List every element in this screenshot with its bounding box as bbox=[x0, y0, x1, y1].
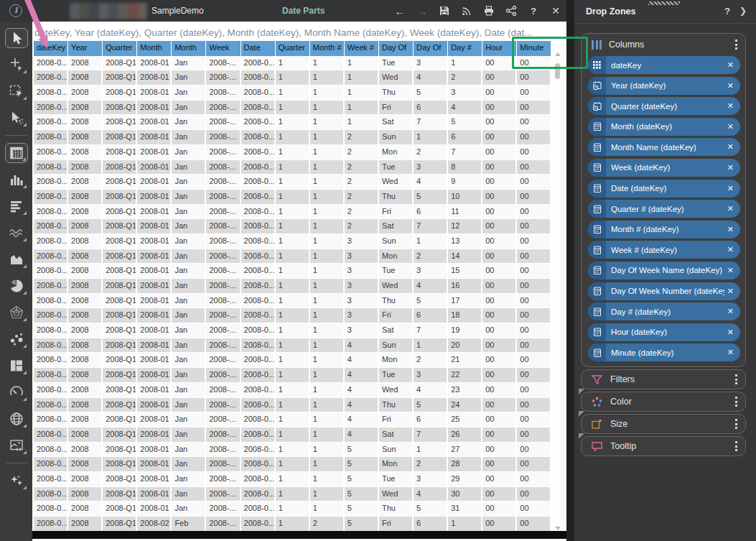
radar-chart-viz[interactable] bbox=[5, 302, 28, 323]
column-header[interactable]: Day Of bbox=[414, 41, 448, 56]
column-header[interactable]: Week # bbox=[345, 41, 379, 56]
panel-help-icon[interactable]: ? bbox=[724, 6, 730, 17]
column-header[interactable]: Year bbox=[68, 41, 103, 56]
remove-pill-icon[interactable]: ✕ bbox=[727, 266, 734, 275]
resize-handle-icon[interactable] bbox=[579, 411, 584, 417]
remove-pill-icon[interactable]: ✕ bbox=[727, 60, 734, 70]
column-pill[interactable]: Minute (dateKey)✕ bbox=[588, 343, 740, 361]
remove-pill-icon[interactable]: ✕ bbox=[727, 307, 734, 316]
scroll-down-icon[interactable] bbox=[555, 527, 561, 530]
remove-pill-icon[interactable]: ✕ bbox=[727, 348, 734, 357]
horizontal-bar-viz[interactable] bbox=[5, 196, 28, 216]
column-pill[interactable]: Quarter (dateKey)✕ bbox=[588, 97, 740, 115]
column-pill[interactable]: Month Name (dateKey)✕ bbox=[588, 138, 740, 156]
column-header[interactable]: Date bbox=[241, 41, 276, 56]
table-viz[interactable] bbox=[5, 143, 28, 163]
menu-icon[interactable] bbox=[735, 419, 737, 429]
resize-handle-icon[interactable] bbox=[579, 389, 584, 394]
column-header[interactable]: Day Of bbox=[379, 41, 414, 56]
remove-pill-icon[interactable]: ✕ bbox=[727, 163, 734, 172]
column-pill[interactable]: Month (dateKey)✕ bbox=[588, 118, 740, 136]
treemap-viz[interactable] bbox=[5, 356, 28, 376]
marquee-select-tool[interactable] bbox=[5, 81, 28, 101]
column-pill[interactable]: Day Of Week Name (dateKey) ...✕ bbox=[588, 262, 740, 279]
vertical-scrollbar[interactable] bbox=[552, 41, 565, 532]
column-header[interactable]: dateKey bbox=[34, 41, 68, 56]
column-pill[interactable]: Week (dateKey)✕ bbox=[588, 159, 740, 177]
column-pill[interactable]: Year (dateKey)✕ bbox=[588, 77, 740, 95]
column-pill[interactable]: Hour (dateKey)✕ bbox=[588, 323, 740, 341]
redacted-tab-strip[interactable] bbox=[70, 3, 147, 19]
rss-icon[interactable] bbox=[460, 4, 473, 17]
color-drop-zone[interactable]: Color bbox=[581, 392, 746, 412]
table-cell: 00 bbox=[482, 160, 517, 175]
menu-icon[interactable] bbox=[735, 441, 737, 451]
crosshair-tool[interactable] bbox=[5, 55, 28, 75]
area-chart-viz[interactable] bbox=[5, 249, 28, 269]
info-icon[interactable]: i bbox=[9, 4, 22, 17]
multi-select-tool[interactable] bbox=[5, 108, 28, 128]
remove-pill-icon[interactable]: ✕ bbox=[727, 122, 734, 131]
column-header[interactable]: Month bbox=[137, 41, 172, 56]
columns-header[interactable]: Columns bbox=[582, 34, 745, 55]
table-cell: 2008-01 bbox=[137, 323, 172, 338]
scroll-up-icon[interactable] bbox=[555, 52, 561, 56]
gauge-viz[interactable] bbox=[5, 382, 28, 402]
column-header[interactable]: Day # bbox=[448, 41, 482, 56]
remove-pill-icon[interactable]: ✕ bbox=[727, 328, 734, 337]
scatter-viz[interactable] bbox=[5, 329, 28, 349]
column-header[interactable]: Week bbox=[206, 41, 241, 56]
back-icon[interactable]: ← bbox=[393, 4, 406, 17]
column-pill[interactable]: Date (dateKey)✕ bbox=[588, 180, 740, 198]
column-pill[interactable]: Day Of Week Number (dateKey)✕ bbox=[588, 282, 740, 300]
horizontal-scrollbar[interactable] bbox=[32, 531, 566, 539]
panel-divider[interactable] bbox=[566, 0, 574, 541]
remove-pill-icon[interactable]: ✕ bbox=[727, 81, 734, 91]
help-icon[interactable]: ? bbox=[527, 4, 540, 17]
column-header[interactable]: Minute bbox=[517, 41, 551, 56]
save-icon[interactable] bbox=[438, 4, 451, 17]
bar-chart-viz[interactable] bbox=[5, 170, 28, 190]
remove-pill-icon[interactable]: ✕ bbox=[727, 225, 734, 234]
pie-chart-viz[interactable] bbox=[5, 276, 28, 296]
visualization-title[interactable]: dateKey, Year (dateKey), Quarter (dateKe… bbox=[34, 27, 564, 38]
column-pill[interactable]: Week # (dateKey)✕ bbox=[588, 241, 740, 259]
size-drop-zone[interactable]: Size bbox=[581, 414, 746, 434]
column-pill[interactable]: Day # (dateKey)✕ bbox=[588, 302, 740, 320]
column-pill[interactable]: Month # (dateKey)✕ bbox=[588, 221, 740, 239]
menu-icon[interactable] bbox=[735, 374, 737, 384]
column-header[interactable]: Month bbox=[172, 41, 206, 56]
map-viz[interactable] bbox=[5, 409, 28, 429]
resize-handle-icon[interactable] bbox=[579, 433, 584, 439]
remove-pill-icon[interactable]: ✕ bbox=[727, 101, 734, 111]
column-header[interactable]: Month # bbox=[310, 41, 345, 56]
column-header[interactable]: Quarter bbox=[103, 41, 137, 56]
forward-icon[interactable]: → bbox=[416, 4, 429, 17]
column-pill[interactable]: Quarter # (dateKey)✕ bbox=[588, 200, 740, 218]
column-header[interactable]: Quarter bbox=[276, 41, 310, 56]
tooltip-drop-zone[interactable]: Tooltip bbox=[581, 436, 746, 456]
print-icon[interactable] bbox=[482, 4, 495, 17]
table-cell: 2008-... bbox=[206, 279, 241, 294]
column-pill[interactable]: dateKey✕ bbox=[588, 56, 740, 74]
page-title[interactable]: Date Parts bbox=[282, 6, 325, 16]
cursor-tool[interactable] bbox=[5, 28, 28, 48]
close-icon[interactable]: ✕ bbox=[549, 4, 562, 17]
panel-grip-handle[interactable] bbox=[648, 1, 680, 5]
menu-icon[interactable] bbox=[735, 40, 737, 50]
remove-pill-icon[interactable]: ✕ bbox=[727, 204, 734, 213]
scrollbar-thumb[interactable] bbox=[555, 63, 560, 79]
ai-sparkle-tool[interactable] bbox=[5, 471, 28, 491]
panel-collapse-icon[interactable]: ❯ bbox=[739, 6, 747, 16]
custom-viz[interactable] bbox=[5, 435, 28, 456]
table-cell: 2008-Q1 bbox=[103, 234, 137, 249]
column-header[interactable]: Hour bbox=[482, 41, 517, 56]
menu-icon[interactable] bbox=[735, 397, 737, 407]
remove-pill-icon[interactable]: ✕ bbox=[727, 184, 734, 193]
remove-pill-icon[interactable]: ✕ bbox=[727, 287, 734, 296]
remove-pill-icon[interactable]: ✕ bbox=[727, 245, 734, 254]
share-icon[interactable] bbox=[505, 4, 518, 17]
line-chart-viz[interactable] bbox=[5, 223, 28, 243]
remove-pill-icon[interactable]: ✕ bbox=[727, 142, 734, 152]
filters-drop-zone[interactable]: Filters bbox=[581, 369, 746, 389]
